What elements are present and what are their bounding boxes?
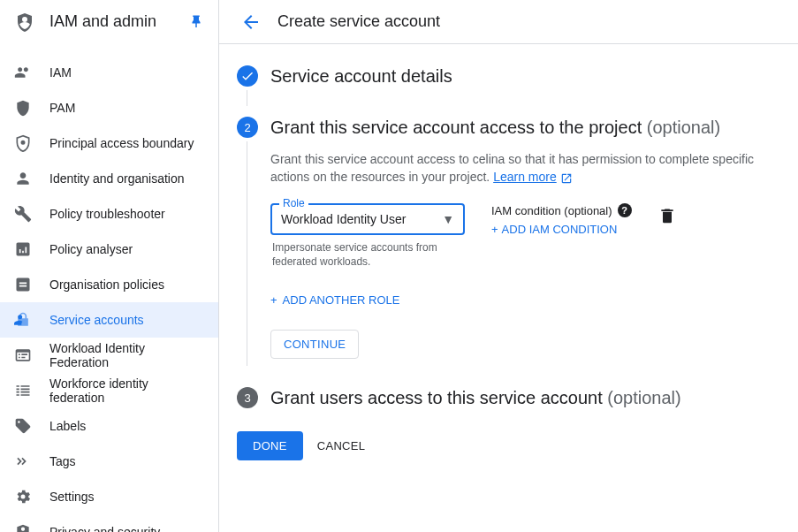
done-button[interactable]: DONE [237, 431, 303, 460]
step-3: 3 Grant users access to this service acc… [237, 387, 777, 408]
role-select-value: Workload Identity User [281, 212, 442, 226]
document-icon [14, 276, 32, 293]
tags-icon [14, 452, 32, 470]
people-icon [14, 64, 32, 81]
step-2-title: Grant this service account access to the… [270, 117, 777, 138]
role-field-label: Role [279, 197, 308, 209]
plus-icon: + [491, 223, 498, 236]
nav-label: Tags [49, 454, 76, 468]
sidebar-item-privacy[interactable]: Privacy and security [0, 514, 218, 532]
sidebar-item-boundary[interactable]: Principal access boundary [0, 125, 218, 161]
nav-label: PAM [49, 101, 75, 115]
add-another-label: ADD ANOTHER ROLE [283, 293, 400, 307]
role-row: Role Workload Identity User ▼ Impersonat… [270, 203, 777, 269]
cancel-button[interactable]: CANCEL [317, 431, 366, 460]
footer-buttons: DONE CANCEL [237, 431, 777, 460]
nav-label: Labels [49, 419, 86, 433]
sidebar-header: IAM and admin [0, 0, 218, 44]
nav-label: Settings [49, 490, 95, 504]
privacy-icon [14, 523, 32, 532]
step-2-title-text: Grant this service account access to the… [270, 118, 642, 137]
main-body: Service account details 2 Grant this ser… [219, 44, 798, 532]
gear-icon [14, 488, 32, 505]
person-icon [14, 170, 32, 187]
nav-label: Privacy and security [49, 525, 160, 532]
boundary-icon [14, 134, 32, 152]
svg-point-1 [18, 315, 22, 319]
step-1: Service account details [237, 65, 777, 87]
nav-label: Identity and organisation [49, 171, 185, 186]
wrench-icon [14, 205, 32, 223]
sidebar-item-pam[interactable]: PAM [0, 90, 218, 125]
help-icon[interactable]: ? [618, 203, 632, 217]
step-3-optional: (optional) [607, 388, 680, 407]
iam-condition-label: IAM condition (optional) ? [491, 203, 632, 217]
nav-label: Service accounts [49, 313, 144, 327]
iam-label-text: IAM condition (optional) [491, 204, 612, 217]
sidebar-item-analyser[interactable]: Policy analyser [0, 232, 218, 267]
delete-role-button[interactable] [658, 207, 674, 224]
step-3-badge: 3 [237, 387, 258, 408]
service-account-icon [14, 311, 32, 329]
dropdown-arrow-icon: ▼ [442, 212, 454, 226]
role-select[interactable]: Role Workload Identity User ▼ [270, 203, 465, 235]
workload-icon [14, 346, 32, 364]
sidebar-item-tags[interactable]: Tags [0, 444, 218, 479]
add-another-role-button[interactable]: + ADD ANOTHER ROLE [270, 293, 777, 307]
continue-button[interactable]: CONTINUE [270, 330, 359, 359]
sidebar-title: IAM and admin [49, 12, 188, 31]
add-iam-condition-button[interactable]: + ADD IAM CONDITION [491, 223, 632, 236]
sidebar-item-settings[interactable]: Settings [0, 479, 218, 514]
back-arrow-icon[interactable] [240, 11, 262, 33]
step-2-optional: (optional) [647, 118, 720, 137]
shield-icon [14, 99, 32, 117]
tag-icon [14, 417, 32, 435]
sidebar-item-orgpolicies[interactable]: Organisation policies [0, 267, 218, 302]
svg-point-0 [21, 141, 24, 144]
sidebar-item-service-accounts[interactable]: Service accounts [0, 302, 218, 338]
step-2: 2 Grant this service account access to t… [237, 117, 777, 359]
nav-label: Workload Identity Federation [49, 341, 204, 369]
nav-label: Policy troubleshooter [49, 207, 165, 221]
sidebar-item-iam[interactable]: IAM [0, 55, 218, 90]
step-3-title: Grant users access to this service accou… [270, 387, 777, 408]
nav-label: Workforce identity federation [49, 376, 204, 405]
nav-label: IAM [49, 65, 72, 80]
iam-shield-icon [14, 11, 35, 33]
add-condition-label: ADD IAM CONDITION [502, 223, 618, 236]
sidebar-item-troubleshooter[interactable]: Policy troubleshooter [0, 196, 218, 232]
nav-label: Principal access boundary [49, 136, 194, 150]
step-1-badge [237, 65, 258, 87]
role-helper-text: Impersonate service accounts from federa… [270, 240, 465, 269]
step-1-title: Service account details [270, 65, 777, 87]
main-header: Create service account [219, 0, 798, 44]
sidebar-item-labels[interactable]: Labels [0, 408, 218, 444]
step-2-desc: Grant this service account access to cel… [270, 150, 777, 186]
nav-label: Organisation policies [49, 277, 164, 292]
pin-icon[interactable] [188, 14, 204, 30]
sidebar-item-identity[interactable]: Identity and organisation [0, 161, 218, 196]
page-title: Create service account [277, 12, 440, 31]
step-3-title-text: Grant users access to this service accou… [270, 388, 607, 407]
sidebar-nav: IAM PAM Principal access boundary Identi… [0, 44, 218, 532]
analyser-icon [14, 240, 32, 258]
sidebar: IAM and admin IAM PAM Principal access b… [0, 0, 219, 532]
sidebar-item-workforce[interactable]: Workforce identity federation [0, 373, 218, 408]
step-2-badge: 2 [237, 117, 258, 138]
nav-label: Policy analyser [49, 242, 133, 256]
learn-more-link[interactable]: Learn more [493, 170, 557, 184]
plus-icon: + [270, 293, 277, 307]
sidebar-item-workload[interactable]: Workload Identity Federation [0, 338, 218, 373]
workforce-icon [14, 382, 32, 399]
main: Create service account Service account d… [219, 0, 798, 532]
external-link-icon [560, 172, 571, 183]
